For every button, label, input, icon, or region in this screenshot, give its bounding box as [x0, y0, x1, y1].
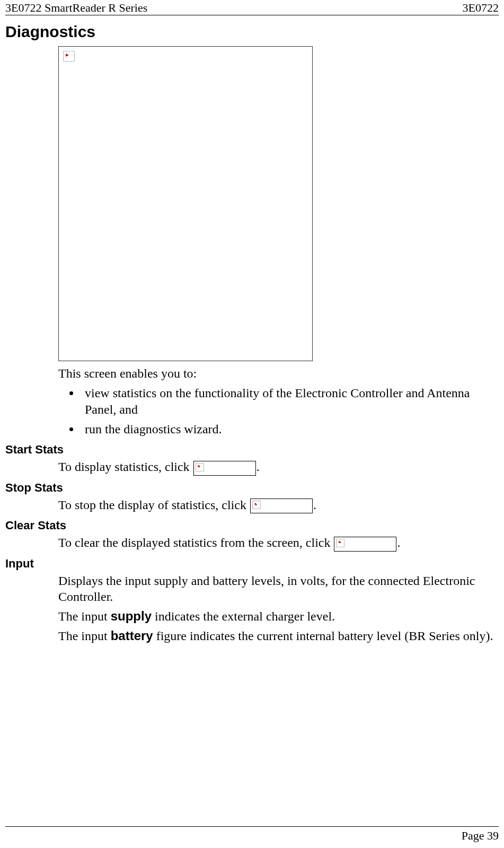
input-p2-before: The input [58, 609, 111, 623]
input-p3-after: figure indicates the current internal ba… [153, 629, 493, 643]
input-p1: Displays the input supply and battery le… [58, 573, 494, 605]
broken-image-icon [63, 51, 75, 62]
start-stats-text-after: . [257, 460, 260, 474]
list-item: run the diagnostics wizard. [81, 421, 494, 438]
input-p2-after: indicates the external charger level. [152, 609, 335, 623]
section-title: Diagnostics [5, 23, 499, 41]
stop-stats-body: To stop the display of statistics, click… [58, 497, 494, 513]
intro-text: This screen enables you to: [58, 365, 494, 382]
input-p3-bold: battery [111, 628, 153, 643]
subheading-stop-stats: Stop Stats [5, 481, 499, 495]
broken-image-icon [252, 501, 261, 509]
start-stats-button-image [193, 461, 256, 476]
clear-stats-body: To clear the displayed statistics from t… [58, 535, 494, 551]
list-item: view statistics on the functionality of … [81, 385, 494, 418]
stop-stats-text-before: To stop the display of statistics, click [58, 498, 250, 512]
stop-stats-text-after: . [313, 498, 316, 512]
input-p2-bold: supply [111, 609, 152, 623]
page-number: Page 39 [462, 829, 499, 842]
broken-image-icon [336, 539, 344, 547]
document-page: 3E0722 SmartReader R Series 3E0722 Diagn… [0, 0, 504, 848]
input-p3: The input battery figure indicates the c… [58, 628, 494, 644]
clear-stats-text-after: . [397, 536, 400, 549]
input-p3-before: The input [58, 629, 111, 643]
clear-stats-text-before: To clear the displayed statistics from t… [58, 536, 333, 549]
intro-block: This screen enables you to: view statist… [58, 365, 494, 438]
subheading-input: Input [5, 557, 499, 571]
input-body: Displays the input supply and battery le… [58, 573, 494, 644]
subheading-start-stats: Start Stats [5, 443, 499, 457]
header-left: 3E0722 SmartReader R Series [5, 1, 147, 15]
stop-stats-button-image [250, 499, 313, 513]
clear-stats-button-image [334, 537, 396, 552]
bullet-list: view statistics on the functionality of … [58, 385, 494, 438]
input-p2: The input supply indicates the external … [58, 608, 494, 625]
page-header: 3E0722 SmartReader R Series 3E0722 [5, 0, 499, 15]
page-footer: Page 39 [5, 826, 499, 843]
broken-image-icon [196, 463, 204, 471]
start-stats-text-before: To display statistics, click [58, 460, 193, 474]
header-right: 3E0722 [463, 1, 499, 15]
screenshot-placeholder [58, 46, 313, 361]
subheading-clear-stats: Clear Stats [5, 519, 499, 532]
start-stats-body: To display statistics, click . [58, 459, 494, 475]
